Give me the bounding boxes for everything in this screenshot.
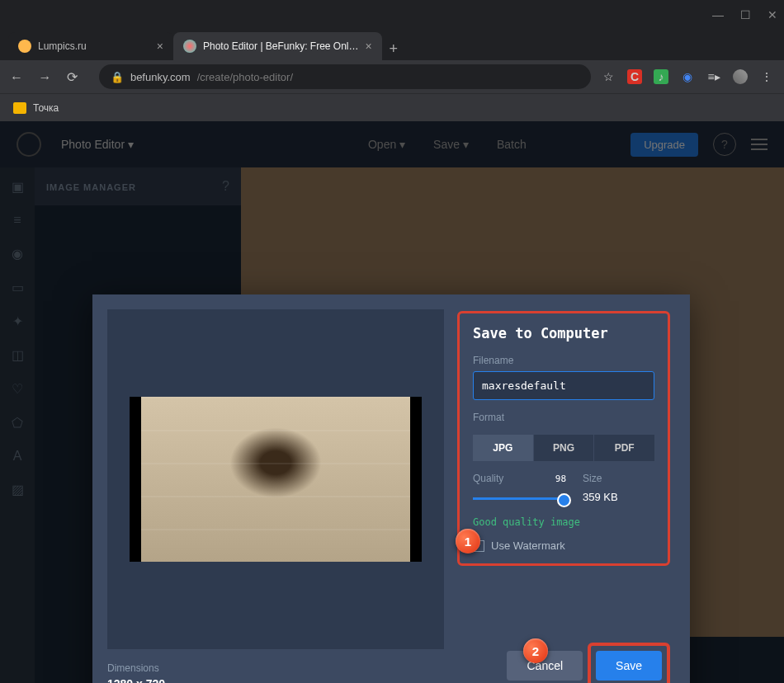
- dialog-title: Save to Computer: [473, 325, 654, 342]
- preview-box: [107, 309, 444, 649]
- forward-button[interactable]: →: [38, 70, 51, 84]
- filename-label: Filename: [473, 355, 654, 366]
- reload-button[interactable]: ⟳: [67, 70, 78, 84]
- annotation-callout-1: 1: [456, 529, 480, 553]
- app-content: Photo Editor ▾ Open ▾ Save ▾ Batch Upgra…: [0, 121, 784, 683]
- format-png-button[interactable]: PNG: [534, 435, 595, 461]
- dimensions-value: 1280 x 720: [107, 677, 444, 683]
- back-button[interactable]: ←: [10, 70, 23, 84]
- bookmarks-bar: Точка: [0, 93, 784, 121]
- menu-icon[interactable]: ⋮: [759, 69, 774, 84]
- format-label: Format: [473, 412, 654, 423]
- profile-avatar[interactable]: [733, 69, 748, 84]
- quality-value: 98: [555, 473, 566, 484]
- settings-highlight: Save to Computer Filename Format JPG PNG…: [457, 311, 670, 566]
- browser-tabstrip: Lumpics.ru × Photo Editor | BeFunky: Fre…: [0, 29, 784, 60]
- save-dialog: Dimensions 1280 x 720 Save to Computer F…: [92, 294, 690, 683]
- format-jpg-button[interactable]: JPG: [473, 435, 534, 461]
- reading-list-icon[interactable]: ≡▸: [706, 69, 721, 84]
- favicon-icon: [183, 40, 196, 53]
- lock-icon: 🔒: [111, 71, 124, 83]
- watermark-label: Use Watermark: [491, 539, 565, 552]
- filename-input[interactable]: [473, 371, 654, 400]
- star-icon[interactable]: ☆: [601, 69, 616, 84]
- size-value: 359 KB: [583, 491, 654, 503]
- save-highlight: Save: [588, 643, 670, 683]
- close-tab-icon[interactable]: ×: [157, 40, 163, 53]
- new-tab-button[interactable]: +: [382, 37, 405, 60]
- window-titlebar: — ☐ ✕: [0, 0, 784, 29]
- browser-addressbar: ← → ⟳ 🔒 befunky.com/create/photo-editor/…: [0, 60, 784, 93]
- extension-icon[interactable]: ♪: [654, 69, 668, 84]
- annotation-callout-2: 2: [523, 638, 548, 663]
- close-window-button[interactable]: ✕: [767, 8, 777, 21]
- dimensions-label: Dimensions: [107, 662, 444, 674]
- browser-tab-befunky[interactable]: Photo Editor | BeFunky: Free Onl… ×: [173, 32, 382, 60]
- browser-tab-lumpics[interactable]: Lumpics.ru ×: [8, 32, 173, 60]
- size-label: Size: [583, 473, 654, 484]
- folder-icon: [13, 102, 26, 114]
- format-pdf-button[interactable]: PDF: [594, 435, 654, 461]
- tab-title: Lumpics.ru: [38, 40, 87, 52]
- favicon-icon: [18, 40, 31, 53]
- extension-icon[interactable]: C: [627, 69, 642, 84]
- quality-label: Quality: [473, 473, 503, 484]
- minimize-button[interactable]: —: [712, 8, 724, 21]
- url-host: befunky.com: [130, 71, 191, 83]
- bookmark-item[interactable]: Точка: [33, 102, 59, 114]
- url-path: /create/photo-editor/: [197, 71, 293, 83]
- quality-slider[interactable]: [473, 497, 566, 500]
- save-button[interactable]: Save: [596, 651, 662, 681]
- extension-icon[interactable]: ◉: [680, 69, 695, 84]
- tab-title: Photo Editor | BeFunky: Free Onl…: [203, 40, 359, 52]
- quality-message: Good quality image: [473, 516, 654, 528]
- maximize-button[interactable]: ☐: [740, 8, 751, 21]
- close-tab-icon[interactable]: ×: [366, 40, 372, 53]
- preview-image: [130, 397, 422, 562]
- url-input[interactable]: 🔒 befunky.com/create/photo-editor/: [99, 64, 591, 89]
